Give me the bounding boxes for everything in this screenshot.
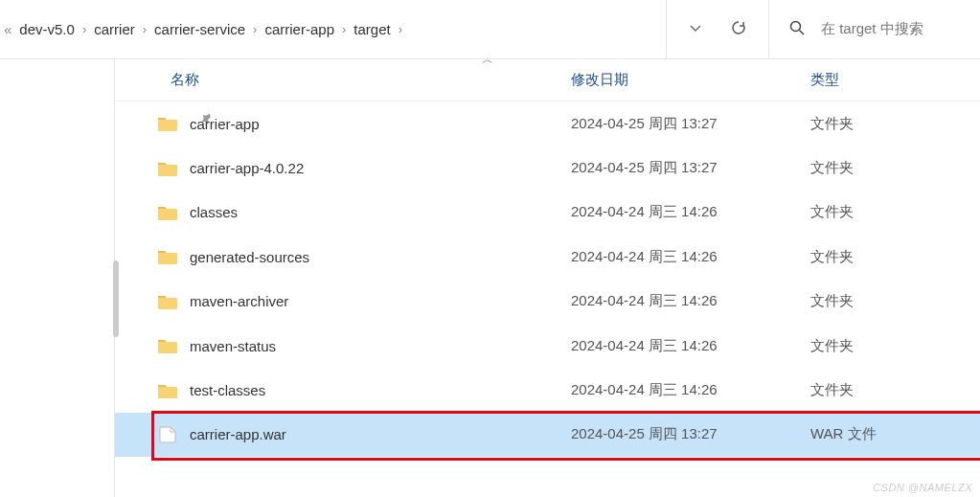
- chevron-right-icon: ›: [143, 22, 147, 36]
- file-date: 2024-04-24 周三 14:26: [571, 203, 810, 221]
- file-name: carrier-app: [190, 116, 571, 132]
- file-date: 2024-04-24 周三 14:26: [571, 248, 810, 266]
- sort-indicator-icon: ︿: [482, 52, 493, 68]
- breadcrumb-item[interactable]: dev-v5.0: [17, 21, 77, 37]
- file-name: maven-archiver: [190, 293, 571, 309]
- watermark: CSDN @NAMELZX: [873, 482, 972, 493]
- folder-row[interactable]: carrier-app2024-04-25 周四 13:27文件夹: [115, 102, 980, 146]
- svg-point-0: [791, 22, 801, 32]
- search-input[interactable]: 在 target 中搜索: [769, 0, 980, 58]
- chevron-right-icon: ›: [399, 22, 402, 36]
- history-dropdown-icon[interactable]: [688, 20, 703, 38]
- refresh-icon[interactable]: [730, 19, 747, 39]
- file-type: 文件夹: [810, 115, 854, 133]
- file-name: carrier-app-4.0.22: [190, 160, 571, 176]
- chevron-right-icon: ›: [253, 22, 257, 36]
- folder-row[interactable]: generated-sources2024-04-24 周三 14:26文件夹: [115, 235, 980, 279]
- folder-icon: [157, 115, 178, 132]
- breadcrumb-overflow-prefix: «: [4, 21, 11, 37]
- folder-icon: [157, 204, 178, 221]
- folder-row[interactable]: maven-archiver2024-04-24 周三 14:26文件夹: [115, 280, 980, 324]
- breadcrumb-item[interactable]: carrier-service: [152, 21, 247, 37]
- breadcrumb-item[interactable]: target: [352, 21, 392, 37]
- breadcrumb-item[interactable]: carrier: [92, 21, 137, 37]
- file-date: 2024-04-24 周三 14:26: [571, 337, 810, 355]
- file-name: carrier-app.war: [190, 426, 571, 442]
- file-type: 文件夹: [810, 159, 854, 177]
- folder-icon: [157, 337, 178, 354]
- file-type: WAR 文件: [810, 425, 877, 443]
- file-date: 2024-04-25 周四 13:27: [571, 425, 810, 443]
- folder-row[interactable]: classes2024-04-24 周三 14:26文件夹: [115, 191, 980, 235]
- nav-controls: [667, 0, 769, 58]
- file-name: maven-status: [190, 338, 571, 354]
- file-type: 文件夹: [810, 203, 854, 221]
- file-name: test-classes: [190, 382, 571, 398]
- quick-access-rail: [0, 59, 115, 497]
- file-list: ︿ 名称 修改日期 类型 carrier-app2024-04-25 周四 13…: [115, 59, 980, 497]
- file-type: 文件夹: [810, 337, 854, 355]
- chevron-right-icon: ›: [82, 22, 86, 36]
- search-icon: [788, 19, 806, 39]
- folder-row[interactable]: carrier-app-4.0.222024-04-25 周四 13:27文件夹: [115, 146, 980, 190]
- file-date: 2024-04-24 周三 14:26: [571, 381, 810, 399]
- folder-icon: [157, 248, 178, 265]
- file-row[interactable]: carrier-app.war2024-04-25 周四 13:27WAR 文件: [115, 413, 980, 457]
- breadcrumb[interactable]: « dev-v5.0 › carrier › carrier-service ›…: [0, 0, 667, 58]
- svg-line-1: [800, 31, 805, 35]
- folder-icon: [157, 160, 178, 177]
- search-placeholder: 在 target 中搜索: [821, 20, 923, 38]
- folder-row[interactable]: maven-status2024-04-24 周三 14:26文件夹: [115, 324, 980, 368]
- file-type: 文件夹: [810, 292, 854, 310]
- folder-row[interactable]: test-classes2024-04-24 周三 14:26文件夹: [115, 368, 980, 412]
- column-headers: 名称 修改日期 类型: [115, 59, 980, 102]
- address-bar: « dev-v5.0 › carrier › carrier-service ›…: [0, 0, 980, 59]
- file-type: 文件夹: [810, 381, 854, 399]
- column-header-name[interactable]: 名称: [157, 71, 571, 89]
- column-header-type[interactable]: 类型: [810, 71, 980, 89]
- file-date: 2024-04-25 周四 13:27: [571, 115, 810, 133]
- chevron-right-icon: ›: [342, 22, 346, 36]
- breadcrumb-item[interactable]: carrier-app: [262, 21, 336, 37]
- file-name: classes: [190, 204, 571, 220]
- file-date: 2024-04-24 周三 14:26: [571, 292, 810, 310]
- file-date: 2024-04-25 周四 13:27: [571, 159, 810, 177]
- file-type: 文件夹: [810, 248, 854, 266]
- file-icon: [157, 426, 178, 443]
- file-name: generated-sources: [190, 249, 571, 265]
- folder-icon: [157, 382, 178, 399]
- folder-icon: [157, 293, 178, 310]
- column-header-date[interactable]: 修改日期: [571, 71, 810, 89]
